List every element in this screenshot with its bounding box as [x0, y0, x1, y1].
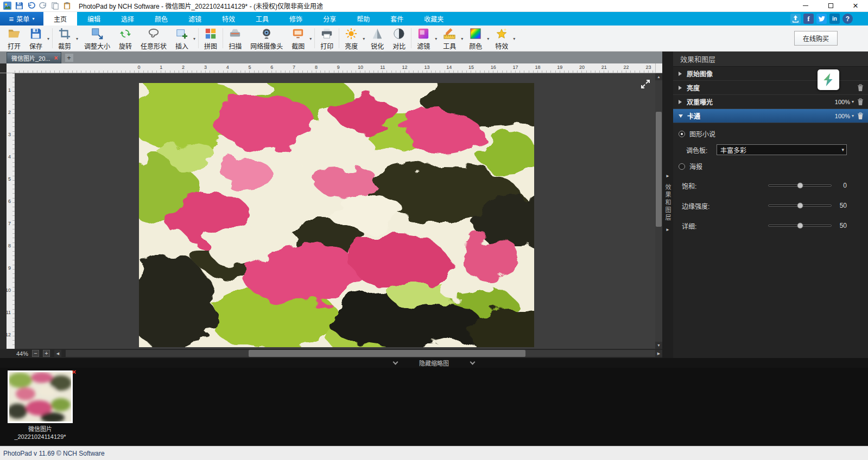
- thumbnail-close-icon[interactable]: [72, 367, 76, 376]
- slider-thumb[interactable]: [797, 183, 803, 189]
- scroll-left-icon[interactable]: [54, 350, 61, 357]
- radio-unselected-icon[interactable]: [679, 163, 685, 170]
- menu-tab-favorites[interactable]: 收藏夹: [414, 12, 454, 25]
- trash-icon[interactable]: [857, 98, 864, 106]
- trash-icon[interactable]: [857, 112, 864, 120]
- open-button[interactable]: 打开: [3, 25, 25, 51]
- palette-dropdown[interactable]: 丰富多彩: [717, 144, 847, 155]
- ruler-number: 9: [337, 65, 340, 70]
- menu-tab-select[interactable]: 选择: [111, 12, 144, 25]
- insert-icon: [176, 27, 188, 41]
- ruler-number: 11: [6, 310, 11, 315]
- layer-row-double-exposure[interactable]: 双重曝光 100%: [673, 95, 868, 109]
- chevron-right-icon[interactable]: [679, 100, 682, 104]
- redo-icon[interactable]: [39, 2, 47, 10]
- crop-icon: [59, 27, 71, 41]
- style-option-graphic-novel[interactable]: 图形小说: [679, 130, 868, 137]
- menu-tab-color[interactable]: 颜色: [144, 12, 178, 25]
- canvas-image[interactable]: [139, 83, 534, 347]
- thumbnail-item[interactable]: 微信图片 _20221024114129*: [5, 370, 75, 441]
- new-tab-button[interactable]: [65, 54, 73, 62]
- screenshot-button[interactable]: 截图: [287, 25, 313, 51]
- crop-button[interactable]: 裁剪: [54, 25, 80, 51]
- menu-button[interactable]: 菜单: [0, 12, 43, 25]
- undo-icon[interactable]: [27, 2, 35, 10]
- horizontal-scroll-thumb[interactable]: [249, 350, 525, 357]
- scroll-right-icon[interactable]: [655, 350, 662, 357]
- thumbnail-image[interactable]: [8, 370, 73, 423]
- menu-tab-suite[interactable]: 套件: [380, 12, 414, 25]
- slider-thumb[interactable]: [797, 203, 803, 209]
- trash-icon[interactable]: [857, 84, 864, 92]
- chevron-right-icon[interactable]: [679, 72, 682, 76]
- vertical-scrollbar[interactable]: [655, 73, 662, 349]
- menu-tab-help[interactable]: 帮助: [346, 12, 380, 25]
- zoom-out-button[interactable]: [32, 350, 39, 357]
- sharpen-button[interactable]: 锐化: [366, 25, 388, 51]
- color-palette-icon: [470, 27, 481, 41]
- facebook-icon[interactable]: [803, 14, 814, 24]
- menu-tab-effects[interactable]: 特效: [212, 12, 245, 25]
- ruler-vertical: 123456789101112: [0, 73, 15, 349]
- menu-tab-home[interactable]: 主页: [43, 12, 77, 25]
- help-icon[interactable]: [842, 14, 853, 24]
- button-label: 调整大小: [84, 41, 110, 50]
- chevron-right-icon[interactable]: [679, 86, 682, 90]
- copy-icon[interactable]: [51, 2, 59, 10]
- detail-slider[interactable]: [768, 225, 832, 227]
- insert-button[interactable]: 插入: [171, 25, 197, 51]
- tools-button[interactable]: 工具: [439, 25, 465, 51]
- expand-icon[interactable]: [640, 79, 651, 90]
- color-button[interactable]: 颜色: [465, 25, 491, 51]
- opacity-dropdown[interactable]: 100%: [835, 99, 854, 105]
- vertical-scroll-track[interactable]: [655, 80, 662, 342]
- style-option-poster[interactable]: 海报: [679, 163, 868, 170]
- paste-icon[interactable]: [63, 2, 71, 10]
- hide-thumbnails-bar[interactable]: 隐藏缩略图: [0, 358, 868, 368]
- collage-button[interactable]: 拼图: [200, 25, 221, 51]
- menu-tab-tools[interactable]: 工具: [245, 12, 279, 25]
- twitter-icon[interactable]: [816, 14, 827, 24]
- filter-button[interactable]: 滤镜: [413, 25, 439, 51]
- edge-strength-slider[interactable]: [768, 205, 832, 207]
- canvas[interactable]: [15, 73, 655, 349]
- maximize-button[interactable]: [818, 0, 843, 11]
- resize-button[interactable]: 调整大小: [80, 25, 115, 51]
- collapse-panel-icon[interactable]: [666, 227, 670, 232]
- scroll-up-icon[interactable]: [655, 73, 662, 80]
- minimize-button[interactable]: [793, 0, 818, 11]
- effects-button[interactable]: 特效: [491, 25, 517, 51]
- chevron-down-icon[interactable]: [679, 114, 683, 118]
- share-icon[interactable]: [790, 14, 801, 24]
- save-icon[interactable]: [15, 2, 23, 10]
- layer-row-cartoon[interactable]: 卡通 100%: [673, 109, 868, 123]
- horizontal-scrollbar[interactable]: [66, 350, 655, 357]
- buy-online-button[interactable]: 在线购买: [794, 31, 838, 46]
- radio-selected-icon[interactable]: [679, 131, 685, 137]
- collapse-panel-icon[interactable]: [666, 174, 670, 178]
- menu-tab-edit[interactable]: 编辑: [77, 12, 111, 25]
- scan-button[interactable]: 扫描: [224, 25, 246, 51]
- save-button[interactable]: 保存: [25, 25, 51, 51]
- vertical-scroll-thumb[interactable]: [656, 112, 662, 227]
- freeform-button[interactable]: 任意形状: [136, 25, 171, 51]
- zoom-in-button[interactable]: [43, 350, 50, 357]
- scroll-down-icon[interactable]: [655, 342, 662, 349]
- webcam-button[interactable]: 网络摄像头: [246, 25, 287, 51]
- contrast-button[interactable]: 对比: [388, 25, 410, 51]
- brightness-button[interactable]: 亮度: [340, 25, 366, 51]
- print-button[interactable]: 打印: [316, 25, 338, 51]
- menu-tab-retouch[interactable]: 修饰: [279, 12, 313, 25]
- saturation-slider[interactable]: [768, 184, 832, 187]
- menu-tab-filter[interactable]: 滤镜: [178, 12, 212, 25]
- tab-close-icon[interactable]: [54, 55, 58, 61]
- rotate-button[interactable]: 旋转: [115, 25, 136, 51]
- slider-thumb[interactable]: [797, 223, 803, 229]
- zoom-bar: 44%: [0, 349, 662, 358]
- menu-tab-share[interactable]: 分享: [313, 12, 346, 25]
- panel-splitter[interactable]: 效果和图层: [662, 52, 673, 358]
- close-button[interactable]: [843, 0, 868, 11]
- linkedin-icon[interactable]: [829, 14, 840, 24]
- document-tab[interactable]: 微信图片_20...: [7, 52, 61, 63]
- opacity-dropdown[interactable]: 100%: [835, 113, 854, 119]
